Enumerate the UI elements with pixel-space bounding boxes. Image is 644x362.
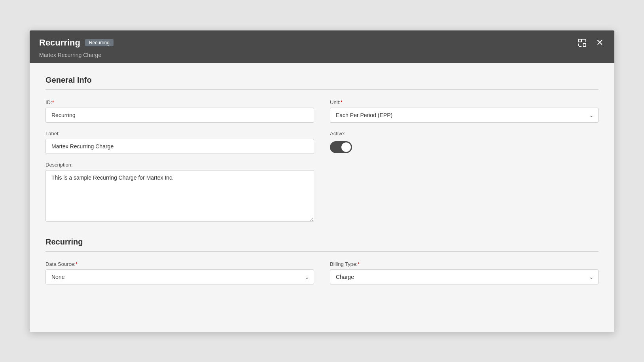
billing-type-group: Billing Type:* Charge Credit Discount ⌄ (330, 261, 599, 284)
billing-type-select[interactable]: Charge Credit Discount (330, 269, 599, 284)
billing-type-label: Billing Type:* (330, 261, 599, 267)
close-button[interactable]: ✕ (595, 37, 605, 49)
general-info-section: General Info ID:* Unit:* Each Per (45, 76, 599, 222)
data-source-required: * (76, 261, 78, 267)
modal-container: Recurring Recurring ✕ (29, 30, 615, 332)
modal-badge: Recurring (85, 39, 114, 46)
expand-button[interactable] (576, 37, 588, 49)
svg-rect-0 (579, 39, 581, 42)
modal-title-row: Recurring Recurring (39, 38, 114, 48)
unit-select-wrapper: Each Per Period (EPP) Flat Per Unit ⌄ (330, 108, 599, 123)
active-toggle[interactable] (330, 141, 352, 153)
toggle-slider (330, 141, 352, 153)
id-label: ID:* (45, 99, 314, 105)
billing-type-required: * (358, 261, 360, 267)
modal-header: Recurring Recurring ✕ (30, 30, 614, 63)
recurring-title: Recurring (45, 237, 599, 246)
modal-body: General Info ID:* Unit:* Each Per (30, 63, 614, 332)
data-source-select-wrapper: None Product Custom ⌄ (45, 269, 314, 284)
label-label: Label: (45, 131, 314, 136)
data-source-group: Data Source:* None Product Custom ⌄ (45, 261, 314, 284)
data-source-label: Data Source:* (45, 261, 314, 267)
id-input[interactable] (45, 108, 314, 123)
label-group: Label: (45, 131, 314, 154)
svg-rect-1 (583, 44, 586, 46)
close-icon: ✕ (596, 38, 603, 47)
id-unit-row: ID:* Unit:* Each Per Period (EPP) Flat P… (45, 99, 599, 123)
modal-subtitle: Martex Recurring Charge (39, 52, 605, 58)
toggle-container (330, 141, 352, 153)
modal-header-top: Recurring Recurring ✕ (39, 37, 605, 49)
id-group: ID:* (45, 99, 314, 123)
id-required: * (52, 99, 54, 105)
description-row: Description: This is a sample Recurring … (45, 162, 599, 222)
description-placeholder-right (330, 162, 599, 222)
label-input[interactable] (45, 139, 314, 154)
general-info-divider (45, 89, 599, 90)
general-info-title: General Info (45, 76, 599, 85)
modal-title: Recurring (39, 38, 80, 48)
unit-required: * (341, 99, 343, 105)
data-source-select[interactable]: None Product Custom (45, 269, 314, 284)
data-source-billing-row: Data Source:* None Product Custom ⌄ Bill… (45, 261, 599, 284)
active-group: Active: (330, 131, 599, 154)
unit-group: Unit:* Each Per Period (EPP) Flat Per Un… (330, 99, 599, 123)
active-label: Active: (330, 131, 345, 136)
description-textarea[interactable]: This is a sample Recurring Charge for Ma… (45, 170, 314, 222)
label-active-row: Label: Active: (45, 131, 599, 154)
unit-label: Unit:* (330, 99, 599, 105)
expand-icon (578, 38, 587, 47)
unit-select[interactable]: Each Per Period (EPP) Flat Per Unit (330, 108, 599, 123)
modal-header-actions: ✕ (576, 37, 605, 49)
description-label: Description: (45, 162, 314, 168)
recurring-divider (45, 251, 599, 252)
billing-type-select-wrapper: Charge Credit Discount ⌄ (330, 269, 599, 284)
description-group: Description: This is a sample Recurring … (45, 162, 314, 222)
recurring-section: Recurring Data Source:* None Product Cus… (45, 237, 599, 284)
